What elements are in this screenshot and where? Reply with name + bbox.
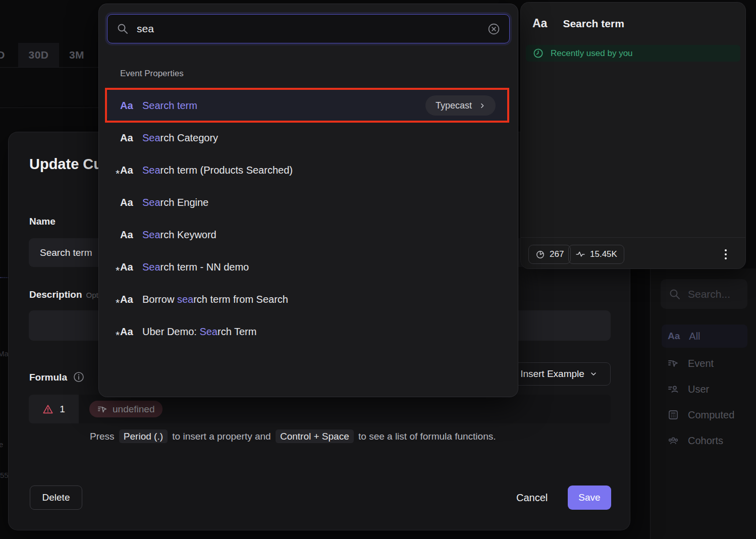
- info-icon[interactable]: [73, 371, 84, 385]
- sidebar-item-computed[interactable]: Computed: [662, 403, 747, 426]
- clock-icon: [533, 48, 544, 59]
- sidebar-item-label: User: [688, 384, 709, 395]
- property-row-search-term-nn-demo[interactable]: Aa* Search term - NN demo: [107, 251, 509, 283]
- property-type-sidebar: Search... Aa All Event User Computed Coh…: [650, 268, 756, 539]
- hint-text: to see a list of formula functions.: [358, 431, 496, 442]
- calculator-icon: [668, 409, 679, 420]
- property-row-search-keyword[interactable]: Aa Search Keyword: [107, 219, 509, 251]
- divider: [0, 67, 99, 68]
- property-label: Search Category: [142, 132, 218, 144]
- cancel-button[interactable]: Cancel: [506, 486, 558, 510]
- time-range-tab-3m[interactable]: 3M: [59, 43, 94, 67]
- formula-input[interactable]: undefined: [79, 395, 611, 423]
- sidebar-item-user[interactable]: User: [662, 378, 747, 401]
- text-type-icon: Aa: [532, 17, 547, 30]
- save-button[interactable]: Save: [568, 486, 611, 510]
- property-label: Search Engine: [142, 197, 208, 208]
- search-input[interactable]: [137, 23, 479, 35]
- property-label: Search term - NN demo: [142, 261, 249, 273]
- activity-icon: [575, 249, 585, 259]
- property-row-borrow-search-term[interactable]: Aa* Borrow search term from Search: [107, 283, 509, 315]
- sidebar-item-label: All: [689, 331, 700, 342]
- chevron-down-icon: [589, 370, 598, 378]
- more-options-button[interactable]: [719, 245, 733, 264]
- search-box: [107, 14, 510, 43]
- typecast-button[interactable]: Typecast: [425, 95, 496, 116]
- modal-title: Update Cu: [29, 156, 102, 173]
- divider: [0, 107, 99, 108]
- kbd-period: Period (.): [119, 429, 168, 443]
- property-row-search-term[interactable]: Aa Search term Typecast: [107, 89, 509, 122]
- search-icon: [669, 288, 681, 300]
- formula-label: Formula: [29, 371, 84, 385]
- property-label: Search term (Products Searched): [142, 165, 293, 176]
- pie-chart-icon: [535, 250, 545, 259]
- property-search-dropdown: Event Properties Aa Search term Typecast…: [99, 4, 518, 397]
- property-label: Borrow search term from Search: [142, 294, 288, 305]
- sidebar-item-cohorts[interactable]: Cohorts: [662, 429, 747, 452]
- description-label-text: Description: [29, 289, 82, 300]
- insert-example-button[interactable]: Insert Example: [507, 362, 611, 386]
- event-cursor-icon: [97, 404, 107, 414]
- text-type-icon: Aa: [120, 229, 142, 241]
- property-row-uber-demo-search-term[interactable]: Aa* Uber Demo: Search Term: [107, 315, 509, 348]
- formula-error-count[interactable]: 1: [29, 395, 79, 423]
- property-detail-panel: Aa Search term Recently used by you 267 …: [521, 3, 745, 268]
- sidebar-item-label: Event: [688, 358, 714, 369]
- recently-used-badge: Recently used by you: [526, 45, 740, 62]
- user-count-pill[interactable]: 267: [528, 245, 571, 264]
- undefined-chip-label: undefined: [113, 404, 154, 415]
- formula-hint: Press Period (.) to insert a property an…: [90, 431, 496, 442]
- axis-label-fragment: e: [0, 440, 3, 449]
- custom-text-type-icon: Aa*: [120, 326, 142, 338]
- text-type-icon: Aa: [120, 132, 142, 144]
- kbd-control-space: Control + Space: [276, 429, 354, 443]
- sidebar-item-event[interactable]: Event: [662, 352, 747, 375]
- app-screen: D 30D 3M May e 55 Search... Aa All Event…: [0, 0, 756, 539]
- property-results-list: Aa Search term Typecast Aa Search Catego…: [107, 89, 509, 348]
- property-label: Search term: [142, 100, 197, 112]
- cohorts-icon: [668, 435, 679, 446]
- custom-text-type-icon: Aa*: [120, 165, 142, 176]
- name-label: Name: [29, 216, 56, 227]
- letters-icon: Aa: [668, 331, 680, 342]
- insert-example-label: Insert Example: [520, 368, 584, 380]
- time-range-tab-30d[interactable]: 30D: [18, 43, 59, 67]
- formula-label-text: Formula: [29, 372, 67, 383]
- axis-label-fragment: 55: [0, 471, 9, 479]
- text-type-icon: Aa: [120, 100, 142, 112]
- custom-text-type-icon: Aa*: [120, 294, 142, 305]
- hint-text: Press: [90, 431, 115, 442]
- property-label: Search Keyword: [142, 229, 217, 241]
- undefined-property-chip[interactable]: undefined: [89, 401, 163, 417]
- recently-used-label: Recently used by you: [551, 48, 633, 59]
- search-icon: [117, 23, 129, 35]
- sidebar-search-input[interactable]: Search...: [661, 279, 747, 309]
- property-row-search-engine[interactable]: Aa Search Engine: [107, 186, 509, 219]
- hint-text: to insert a property and: [172, 431, 271, 442]
- property-label: Uber Demo: Search Term: [142, 326, 256, 338]
- property-row-search-category[interactable]: Aa Search Category: [107, 122, 509, 154]
- event-count-pill[interactable]: 15.45K: [568, 245, 624, 264]
- sidebar-item-label: Computed: [688, 409, 734, 421]
- sidebar-search-placeholder: Search...: [688, 288, 730, 300]
- chevron-right-icon: [479, 102, 485, 109]
- event-cursor-icon: [668, 358, 679, 369]
- error-count: 1: [60, 404, 65, 415]
- custom-text-type-icon: Aa*: [120, 261, 142, 273]
- time-range-tab-partial[interactable]: D: [0, 43, 17, 67]
- event-count: 15.45K: [590, 249, 617, 259]
- clear-search-icon[interactable]: [488, 23, 500, 35]
- warning-icon: [42, 404, 53, 415]
- user-icon: [668, 384, 679, 395]
- sidebar-item-all[interactable]: Aa All: [662, 325, 747, 348]
- divider: [521, 237, 745, 238]
- sidebar-item-label: Cohorts: [688, 435, 723, 447]
- property-row-search-term-products[interactable]: Aa* Search term (Products Searched): [107, 154, 509, 186]
- section-header: Event Properties: [120, 69, 184, 79]
- delete-button[interactable]: Delete: [30, 486, 82, 510]
- property-title: Search term: [563, 18, 624, 30]
- user-count: 267: [550, 249, 564, 259]
- text-type-icon: Aa: [120, 197, 142, 208]
- typecast-label: Typecast: [436, 100, 472, 111]
